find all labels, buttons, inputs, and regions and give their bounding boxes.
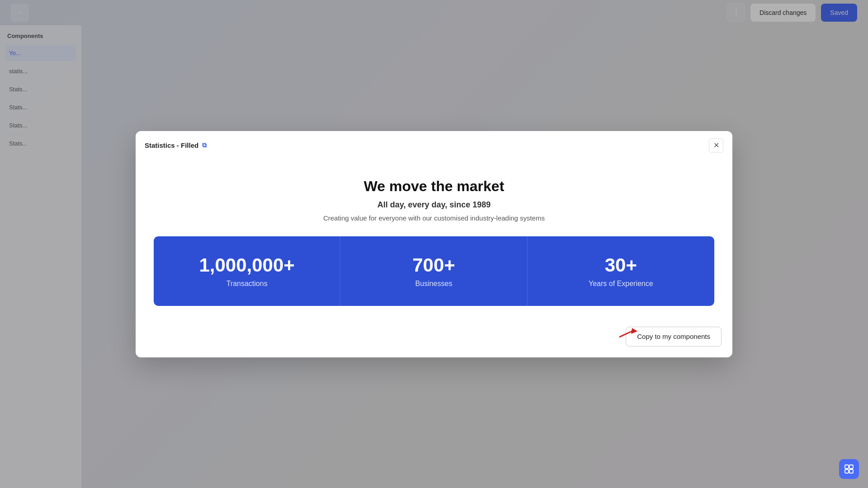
modal-close-button[interactable]: ✕ bbox=[709, 138, 723, 153]
stats-cards-container: 1,000,000+ Transactions 700+ Businesses … bbox=[154, 236, 714, 306]
red-arrow-icon bbox=[619, 326, 637, 339]
widget-icon bbox=[844, 464, 854, 474]
stats-main-heading: We move the market bbox=[154, 178, 714, 195]
svg-rect-5 bbox=[849, 469, 853, 473]
stats-description: Creating value for everyone with our cus… bbox=[154, 214, 714, 222]
modal-content: We move the market All day, every day, s… bbox=[136, 160, 732, 319]
svg-marker-1 bbox=[631, 328, 637, 334]
modal-dialog: Statistics - Filled ⧉ ✕ We move the mark… bbox=[136, 131, 732, 357]
svg-rect-2 bbox=[845, 465, 849, 469]
modal-footer: Copy to my components bbox=[136, 319, 732, 357]
svg-rect-3 bbox=[849, 465, 853, 469]
close-icon: ✕ bbox=[713, 141, 719, 150]
stat-card-businesses: 700+ Businesses bbox=[340, 236, 527, 306]
stat-label-experience: Years of Experience bbox=[589, 280, 653, 288]
stat-card-experience: 30+ Years of Experience bbox=[528, 236, 714, 306]
arrow-indicator bbox=[619, 326, 637, 343]
copy-to-components-button[interactable]: Copy to my components bbox=[626, 327, 722, 347]
stat-value-experience: 30+ bbox=[605, 254, 637, 276]
external-link-icon[interactable]: ⧉ bbox=[202, 141, 207, 149]
modal-title-text: Statistics - Filled bbox=[145, 141, 198, 149]
stat-value-businesses: 700+ bbox=[412, 254, 455, 276]
modal-header: Statistics - Filled ⧉ ✕ bbox=[136, 131, 732, 160]
stats-subheading: All day, every day, since 1989 bbox=[154, 200, 714, 210]
stat-label-businesses: Businesses bbox=[415, 280, 453, 288]
modal-overlay: Statistics - Filled ⧉ ✕ We move the mark… bbox=[0, 0, 868, 488]
stat-value-transactions: 1,000,000+ bbox=[199, 254, 294, 276]
stat-label-transactions: Transactions bbox=[226, 280, 268, 288]
bottom-right-widget[interactable] bbox=[839, 459, 859, 479]
svg-rect-4 bbox=[845, 469, 849, 473]
modal-title-area: Statistics - Filled ⧉ bbox=[145, 141, 207, 149]
stat-card-transactions: 1,000,000+ Transactions bbox=[154, 236, 340, 306]
